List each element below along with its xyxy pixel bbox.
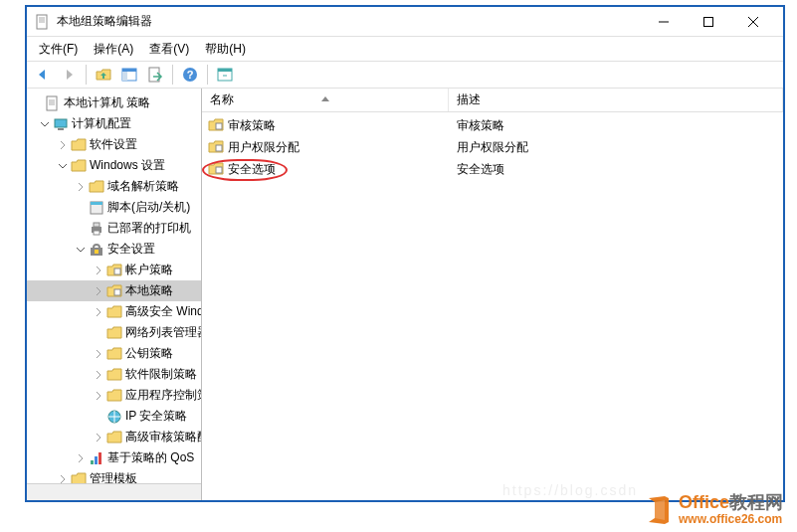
up-folder-button[interactable] — [92, 63, 115, 87]
tree-label: 软件限制策略 — [125, 366, 197, 383]
policy-folder-icon — [208, 117, 224, 133]
chevron-right-icon[interactable] — [73, 450, 89, 466]
tree-node-software[interactable]: 软件设置 — [27, 134, 201, 155]
close-button[interactable] — [730, 8, 775, 36]
show-hide-tree-button[interactable] — [117, 63, 141, 87]
tree-label: 应用程序控制策略 — [125, 387, 201, 404]
back-button[interactable] — [31, 63, 55, 87]
menu-help[interactable]: 帮助(H) — [199, 39, 252, 60]
forward-button[interactable] — [57, 63, 81, 87]
help-button[interactable]: ? — [178, 63, 202, 87]
tree-panel: 本地计算机 策略 计算机配置 软件设置 — [27, 89, 202, 500]
list-row[interactable]: 审核策略 审核策略 — [202, 114, 783, 136]
column-header-description[interactable]: 描述 — [449, 89, 783, 111]
menu-view[interactable]: 查看(V) — [143, 39, 195, 60]
tree-node-advanced-audit[interactable]: 高级审核策略配置 — [27, 427, 201, 447]
filter-button[interactable] — [213, 63, 237, 87]
svg-rect-9 — [122, 69, 136, 72]
tree-node-ip-security[interactable]: IP 安全策略 — [27, 406, 201, 427]
tree-label: 计算机配置 — [72, 115, 131, 132]
tree-node-admin-templates[interactable]: 管理模板 — [27, 468, 201, 489]
column-label: 描述 — [457, 91, 481, 108]
chevron-down-icon[interactable] — [37, 492, 53, 501]
blank-icon — [29, 95, 45, 111]
chevron-right-icon[interactable] — [91, 304, 106, 320]
tree-node-public-key[interactable]: 公钥策略 — [27, 343, 201, 364]
tree-node-name-resolution[interactable]: 域名解析策略 — [27, 176, 201, 197]
tree-label: 基于策略的 QoS — [107, 449, 194, 466]
maximize-button[interactable] — [686, 8, 730, 36]
tree-label: 网络列表管理器策略 — [125, 324, 201, 341]
tree-label: 高级审核策略配置 — [125, 429, 201, 445]
tree-label: Windows 设置 — [90, 157, 165, 174]
tree-node-scripts[interactable]: 脚本(启动/关机) — [27, 197, 201, 218]
chevron-right-icon[interactable] — [55, 471, 71, 487]
tree-node-root[interactable]: 本地计算机 策略 — [27, 92, 201, 113]
tree-node-software-restrict[interactable]: 软件限制策略 — [27, 364, 201, 385]
tree-node-security-settings[interactable]: 安全设置 — [27, 239, 201, 260]
policy-folder-icon — [208, 139, 224, 155]
toolbar: ? — [27, 61, 783, 89]
folder-icon — [106, 304, 122, 320]
chevron-down-icon[interactable] — [37, 116, 53, 132]
menu-action[interactable]: 操作(A) — [88, 39, 139, 60]
tree-node-local-policies[interactable]: 本地策略 — [27, 280, 201, 301]
tree-node-qos[interactable]: 基于策略的 QoS — [27, 447, 201, 468]
tree-label: 脚本(启动/关机) — [107, 199, 190, 216]
tree-label: 帐户策略 — [125, 262, 173, 278]
list-row[interactable]: 安全选项 安全选项 — [202, 158, 783, 180]
svg-rect-33 — [91, 460, 94, 464]
chevron-right-icon[interactable] — [73, 179, 89, 195]
svg-point-36 — [58, 494, 64, 500]
chevron-down-icon[interactable] — [73, 242, 89, 258]
folder-icon — [71, 158, 87, 174]
svg-rect-34 — [95, 456, 98, 464]
menu-file[interactable]: 文件(F) — [33, 39, 84, 60]
chevron-right-icon[interactable] — [55, 137, 71, 153]
chevron-right-icon[interactable] — [91, 388, 106, 404]
chevron-right-icon[interactable] — [91, 367, 106, 383]
cell-description: 用户权限分配 — [449, 139, 783, 156]
svg-rect-37 — [216, 123, 222, 129]
faint-watermark-text: https://blog.csdn — [502, 482, 638, 498]
svg-rect-35 — [99, 452, 101, 464]
tree-node-account-policies[interactable]: 帐户策略 — [27, 260, 201, 280]
column-header-name[interactable]: 名称 — [202, 89, 449, 111]
tree-node-network-list[interactable]: 网络列表管理器策略 — [27, 322, 201, 343]
tree-label: 本地策略 — [125, 282, 173, 299]
minimize-button[interactable] — [641, 8, 686, 36]
tree-node-app-control[interactable]: 应用程序控制策略 — [27, 385, 201, 406]
tree-node-user-config[interactable]: 用户配置 — [27, 489, 201, 500]
tree-label: 管理模板 — [90, 470, 137, 487]
tree-label: 域名解析策略 — [107, 178, 179, 195]
export-list-button[interactable] — [143, 63, 167, 87]
tree-node-advanced-security[interactable]: 高级安全 Windows — [27, 301, 201, 322]
computer-icon — [53, 116, 69, 132]
policy-folder-icon — [106, 263, 122, 278]
policy-folder-icon — [208, 161, 224, 177]
scroll-right-button[interactable] — [185, 484, 201, 500]
folder-icon — [106, 367, 122, 383]
chevron-right-icon[interactable] — [91, 263, 106, 278]
tree-label: 用户配置 — [72, 491, 119, 500]
chevron-right-icon[interactable] — [91, 346, 106, 362]
folder-icon — [71, 137, 87, 153]
tree-label: 公钥策略 — [125, 345, 173, 362]
user-icon — [53, 492, 69, 501]
tree-label: 高级安全 Windows — [125, 303, 201, 320]
svg-rect-24 — [91, 202, 102, 205]
menubar: 文件(F) 操作(A) 查看(V) 帮助(H) — [27, 37, 783, 61]
chevron-down-icon[interactable] — [55, 158, 71, 174]
chevron-right-icon[interactable] — [91, 430, 106, 445]
tree-node-windows[interactable]: Windows 设置 — [27, 155, 201, 176]
document-icon — [45, 95, 61, 111]
scroll-left-button[interactable] — [27, 484, 43, 500]
list-row[interactable]: 用户权限分配 用户权限分配 — [202, 136, 783, 158]
separator — [172, 65, 173, 85]
sort-caret-icon — [321, 90, 329, 104]
list-header: 名称 描述 — [202, 89, 783, 112]
tree-node-computer-config[interactable]: 计算机配置 — [27, 113, 201, 134]
tree-node-deployed-printers[interactable]: 已部署的打印机 — [27, 218, 201, 239]
chevron-right-icon[interactable] — [91, 283, 106, 299]
svg-rect-30 — [114, 268, 120, 274]
